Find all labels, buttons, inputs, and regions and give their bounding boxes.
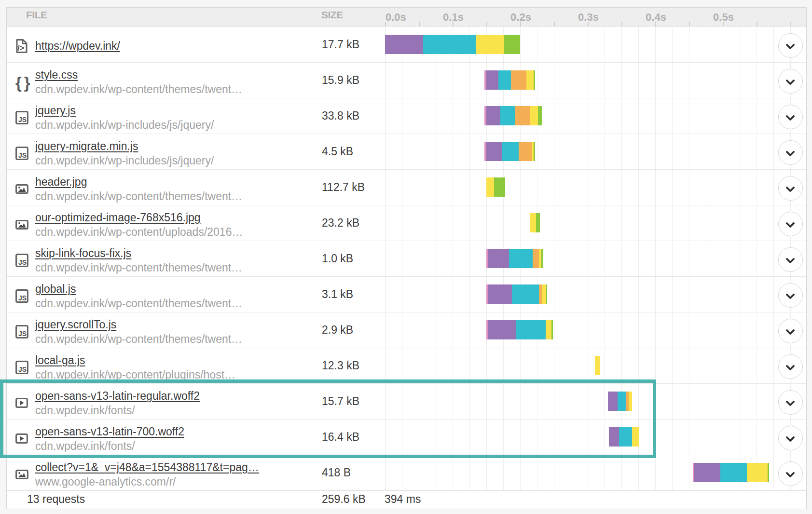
svg-text:JS: JS bbox=[18, 151, 26, 159]
svg-text:JS: JS bbox=[18, 294, 26, 301]
svg-text:JS: JS bbox=[18, 115, 26, 123]
svg-text:/>: /> bbox=[17, 44, 24, 52]
svg-text:JS: JS bbox=[18, 258, 26, 266]
svg-text:JS: JS bbox=[18, 365, 26, 373]
svg-text:JS: JS bbox=[18, 329, 26, 337]
